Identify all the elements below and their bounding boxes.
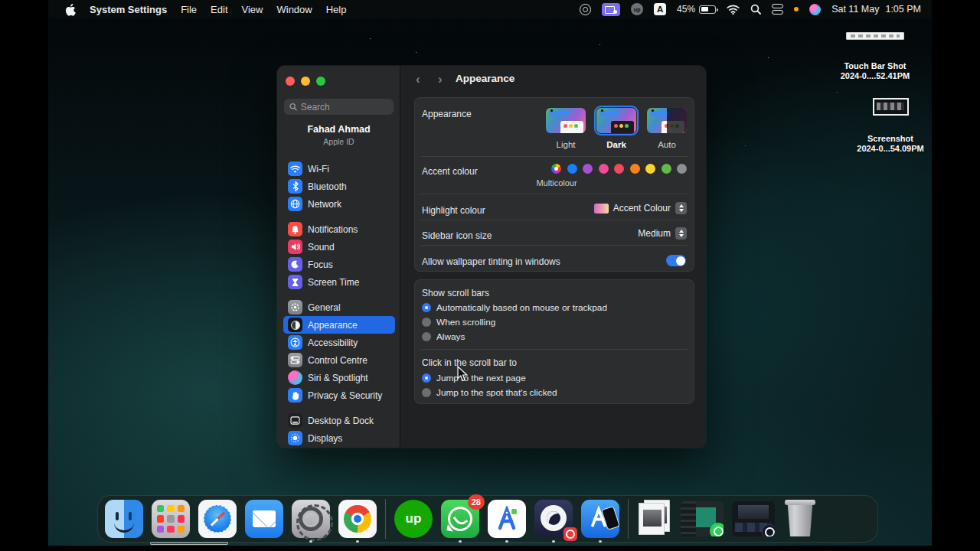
accent-colour-dot[interactable]: [599, 164, 609, 174]
back-button[interactable]: ‹: [416, 72, 420, 87]
desktop-icon-touch-bar-shot[interactable]: Touch Bar Shot 2024-0....52.41PM: [829, 32, 921, 81]
window-controls: [286, 77, 325, 86]
radio-icon: [422, 318, 431, 327]
dock-safari-icon[interactable]: [198, 500, 237, 538]
radio-when-scrolling[interactable]: When scrolling: [422, 317, 495, 328]
dock-upwork-icon[interactable]: up: [394, 500, 433, 538]
radio-auto-scrollbars[interactable]: Automatically based on mouse or trackpad: [422, 302, 607, 313]
apple-menu-icon[interactable]: [65, 4, 76, 15]
menu-file[interactable]: File: [181, 4, 197, 15]
dock-minimized-obs-window[interactable]: [732, 501, 775, 536]
sidebar-item-appearance[interactable]: Appearance: [283, 316, 395, 334]
dock-launchpad-icon[interactable]: [152, 500, 190, 538]
sidebar-item-displays[interactable]: Displays: [283, 429, 395, 447]
radio-always[interactable]: Always: [422, 331, 465, 342]
appearance-option-auto[interactable]: [647, 108, 687, 133]
minimize-button[interactable]: [301, 77, 310, 86]
sidebar-item-control-centre[interactable]: Control Centre: [283, 351, 395, 369]
sidebar-item-siri-spotlight[interactable]: Siri & Spotlight: [283, 369, 395, 386]
settings-content-pane: ‹ › Appearance Appearance: [400, 66, 706, 448]
dock-minimized-image-stack[interactable]: [637, 500, 672, 538]
desktop-icon-screenshot[interactable]: Screenshot 2024-0...54.09PM: [844, 98, 932, 154]
wifi-icon: [288, 161, 302, 176]
sidebar-item-sound[interactable]: Sound: [283, 238, 395, 256]
dock-whatsapp-icon[interactable]: 28: [441, 500, 479, 538]
sidebar-item-screen-time[interactable]: Screen Time: [283, 273, 395, 291]
window-titlebar: ‹ › Appearance: [400, 66, 706, 92]
radio-icon: [422, 332, 431, 341]
accent-colour-dot[interactable]: [567, 164, 577, 174]
menu-help[interactable]: Help: [326, 4, 347, 15]
sidebar-item-notifications[interactable]: Notifications: [283, 220, 395, 238]
upwork-status-icon[interactable]: up: [631, 3, 643, 15]
dock-obs-icon[interactable]: [534, 500, 573, 538]
sidebar-item-focus[interactable]: Focus: [283, 256, 395, 273]
dock-configurator-icon[interactable]: [581, 500, 619, 538]
appearance-option-dark[interactable]: [596, 108, 636, 133]
appearance-group-box: Appearance Light Dark Auto Accent colour: [414, 97, 694, 272]
radio-jump-to-spot[interactable]: Jump to the spot that's clicked: [422, 387, 557, 398]
menu-time: 1:05 PM: [885, 4, 921, 15]
wallpaper-tinting-toggle[interactable]: [666, 255, 686, 266]
dock-minimized-whatsapp-window[interactable]: [681, 501, 724, 536]
sidebar-item-privacy-security[interactable]: Privacy & Security: [283, 386, 395, 404]
accent-colour-dot[interactable]: [645, 164, 655, 174]
menu-view[interactable]: View: [242, 4, 263, 15]
settings-sidebar: Fahad Ahmad Apple ID Wi-Fi Bluetooth Net…: [277, 66, 400, 448]
apple-id-row[interactable]: Fahad Ahmad Apple ID: [277, 124, 400, 146]
sidebar-item-bluetooth[interactable]: Bluetooth: [283, 178, 395, 195]
input-source-badge[interactable]: A: [654, 3, 666, 15]
dark-label: Dark: [596, 140, 636, 149]
close-button[interactable]: [286, 77, 295, 86]
radio-jump-next-page[interactable]: Jump to the next page: [422, 373, 526, 383]
sidebar-search-field[interactable]: [284, 99, 394, 115]
obs-status-icon[interactable]: [580, 4, 591, 15]
control-centre-icon[interactable]: [772, 4, 783, 15]
search-input[interactable]: [301, 102, 388, 112]
accent-colour-dot[interactable]: [662, 164, 671, 174]
letterbox-left: [0, 0, 48, 551]
user-name: Fahad Ahmad: [277, 124, 400, 135]
dock-system-settings-icon[interactable]: [292, 500, 330, 538]
touch-bar-file-thumbnail: [846, 32, 904, 40]
battery-status[interactable]: 45%: [677, 4, 716, 15]
sidebar-item-general[interactable]: General: [283, 298, 395, 316]
accent-colour-row-label: Accent colour: [422, 166, 478, 177]
dock-separator: [385, 499, 386, 539]
highlight-colour-popup[interactable]: Accent Colour: [594, 202, 687, 214]
dock-developer-icon[interactable]: [488, 500, 526, 538]
menu-app-name[interactable]: System Settings: [90, 4, 167, 15]
desktop-wallpaper: System Settings File Edit View Window He…: [48, 0, 932, 546]
screen-share-icon[interactable]: [602, 3, 620, 16]
sidebar-icon-size-popup[interactable]: Medium: [638, 227, 687, 240]
wifi-icon[interactable]: [727, 5, 740, 15]
show-scroll-bars-title: Show scroll bars: [422, 288, 489, 298]
spotlight-search-icon[interactable]: [750, 4, 761, 15]
accent-colour-dot[interactable]: [583, 164, 593, 174]
accent-colour-dot[interactable]: [614, 164, 624, 174]
sidebar-item-network[interactable]: Network: [283, 195, 395, 213]
highlight-colour-swatch: [594, 204, 609, 214]
dock-mail-icon[interactable]: [245, 500, 283, 538]
siri-icon[interactable]: [809, 4, 821, 15]
dock-finder-icon[interactable]: [105, 500, 143, 538]
accent-colour-dot[interactable]: [630, 164, 640, 174]
menu-edit[interactable]: Edit: [211, 4, 227, 15]
zoom-button[interactable]: [316, 77, 325, 86]
dock-trash-icon[interactable]: [783, 500, 817, 538]
accent-multicolour-dot[interactable]: [551, 164, 561, 174]
menu-window[interactable]: Window: [276, 4, 312, 15]
appearance-row-label: Appearance: [422, 109, 472, 119]
sidebar-item-wifi[interactable]: Wi-Fi: [283, 160, 395, 178]
gear-icon: [288, 300, 302, 315]
dock-chrome-icon[interactable]: [338, 500, 377, 538]
sidebar-item-desktop-dock[interactable]: Desktop & Dock: [283, 412, 395, 429]
screen: System Settings File Edit View Window He…: [0, 0, 980, 551]
accent-colour-dot[interactable]: [677, 164, 687, 174]
appearance-option-light[interactable]: [546, 108, 586, 133]
menu-clock[interactable]: Sat 11 May 1:05 PM: [831, 4, 921, 15]
menu-bar: System Settings File Edit View Window He…: [48, 0, 932, 18]
sidebar-item-accessibility[interactable]: Accessibility: [283, 334, 395, 351]
forward-button[interactable]: ›: [438, 72, 443, 87]
desktop-icon-label: Screenshot 2024-0...54.09PM: [844, 134, 932, 154]
